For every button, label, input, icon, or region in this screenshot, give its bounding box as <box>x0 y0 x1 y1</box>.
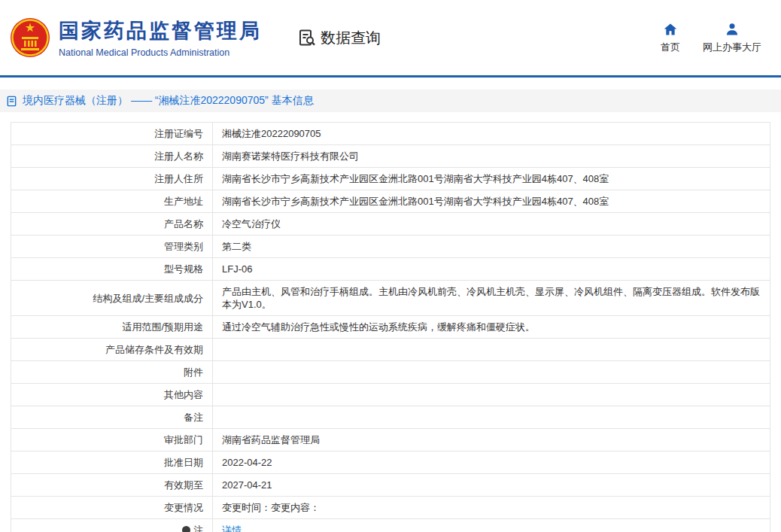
row-label: 审批部门 <box>11 429 213 451</box>
nav-home[interactable]: 首页 <box>661 22 680 54</box>
row-label: 附件 <box>11 361 213 384</box>
table-row: 注册人名称 湖南赛诺莱特医疗科技有限公司 <box>11 145 770 168</box>
row-value <box>213 361 770 384</box>
home-icon <box>663 22 678 37</box>
table-row: 型号规格 LFJ-06 <box>11 258 770 281</box>
row-value <box>213 384 770 406</box>
note-icon <box>182 526 190 532</box>
row-value: LFJ-06 <box>213 258 770 281</box>
row-label: 注册证编号 <box>11 123 213 145</box>
row-label: 批准日期 <box>11 451 213 474</box>
table-row: 变更情况 变更时间：变更内容： <box>11 497 770 519</box>
info-table: 注册证编号 湘械注准20222090705 注册人名称 湖南赛诺莱特医疗科技有限… <box>11 122 770 532</box>
row-value: 2022-04-22 <box>213 451 770 474</box>
person-icon <box>725 22 740 37</box>
header-divider <box>0 75 781 78</box>
row-label: 生产地址 <box>11 190 213 213</box>
row-value <box>213 406 770 429</box>
table-row: 产品名称 冷空气治疗仪 <box>11 213 770 236</box>
org-names: 国家药品监督管理局 National Medical Products Admi… <box>59 17 262 58</box>
row-value: 湖南赛诺莱特医疗科技有限公司 <box>213 145 770 168</box>
row-value: 湖南省长沙市宁乡高新技术产业园区金洲北路001号湖南省大学科技产业园4栋407、… <box>213 168 770 190</box>
document-icon <box>6 96 17 107</box>
row-value <box>213 339 770 361</box>
table-row: 适用范围/预期用途 通过冷空气辅助治疗急性或慢性的运动系统疾病，缓解疼痛和僵硬症… <box>11 316 770 339</box>
row-label: 型号规格 <box>11 258 213 281</box>
table-row: 其他内容 <box>11 384 770 406</box>
row-label: 注册人住所 <box>11 168 213 190</box>
row-value: 产品由主机、风管和治疗手柄组成。主机由冷风机前壳、冷风机主机壳、显示屏、冷风机组… <box>213 281 770 316</box>
page-title-bar: 境内医疗器械（注册） —— “湘械注准20222090705” 基本信息 <box>0 90 781 112</box>
org-name-en: National Medical Products Administration <box>59 47 262 58</box>
row-value: 2027-04-21 <box>213 474 770 497</box>
row-label: 变更情况 <box>11 497 213 519</box>
table-row: 产品储存条件及有效期 <box>11 339 770 361</box>
header: 国家药品监督管理局 National Medical Products Admi… <box>0 0 781 75</box>
table-row: 有效期至 2027-04-21 <box>11 474 770 497</box>
row-label: 其他内容 <box>11 384 213 406</box>
row-label: 注册人名称 <box>11 145 213 168</box>
row-value: 通过冷空气辅助治疗急性或慢性的运动系统疾病，缓解疼痛和僵硬症状。 <box>213 316 770 339</box>
detail-link[interactable]: 详情 <box>222 524 242 532</box>
table-row: 注册证编号 湘械注准20222090705 <box>11 123 770 145</box>
org-name-cn: 国家药品监督管理局 <box>59 17 262 44</box>
table-row: 注 详情 <box>11 519 770 532</box>
data-query-icon <box>298 29 316 47</box>
data-query-section: 数据查询 <box>298 28 381 48</box>
page-title: 境内医疗器械（注册） —— “湘械注准20222090705” 基本信息 <box>23 94 314 108</box>
row-value: 冷空气治疗仪 <box>213 213 770 236</box>
row-value: 湖南省长沙市宁乡高新技术产业园区金洲北路001号湖南省大学科技产业园4栋407、… <box>213 190 770 213</box>
table-row: 结构及组成/主要组成成分 产品由主机、风管和治疗手柄组成。主机由冷风机前壳、冷风… <box>11 281 770 316</box>
row-label: 产品名称 <box>11 213 213 236</box>
table-row: 管理类别 第二类 <box>11 236 770 258</box>
row-value: 变更时间：变更内容： <box>213 497 770 519</box>
table-wrap: 注册证编号 湘械注准20222090705 注册人名称 湖南赛诺莱特医疗科技有限… <box>11 122 770 532</box>
table-row: 备注 <box>11 406 770 429</box>
table-row: 批准日期 2022-04-22 <box>11 451 770 474</box>
row-value: 第二类 <box>213 236 770 258</box>
nav-home-label: 首页 <box>661 41 680 54</box>
nav-service-hall[interactable]: 网上办事大厅 <box>703 22 761 54</box>
row-label: 注 <box>11 519 213 532</box>
header-nav: 首页 网上办事大厅 <box>661 22 761 54</box>
row-value: 湘械注准20222090705 <box>213 123 770 145</box>
table-row: 审批部门 湖南省药品监督管理局 <box>11 429 770 451</box>
national-emblem-logo <box>9 17 51 59</box>
row-label: 适用范围/预期用途 <box>11 316 213 339</box>
row-label: 管理类别 <box>11 236 213 258</box>
data-query-label: 数据查询 <box>321 28 381 48</box>
nav-service-hall-label: 网上办事大厅 <box>703 41 761 54</box>
row-label: 产品储存条件及有效期 <box>11 339 213 361</box>
row-label: 结构及组成/主要组成成分 <box>11 281 213 316</box>
row-value: 详情 <box>213 519 770 532</box>
row-label: 有效期至 <box>11 474 213 497</box>
table-row: 附件 <box>11 361 770 384</box>
brand: 国家药品监督管理局 National Medical Products Admi… <box>9 17 262 59</box>
row-label: 备注 <box>11 406 213 429</box>
table-row: 注册人住所 湖南省长沙市宁乡高新技术产业园区金洲北路001号湖南省大学科技产业园… <box>11 168 770 190</box>
table-row: 生产地址 湖南省长沙市宁乡高新技术产业园区金洲北路001号湖南省大学科技产业园4… <box>11 190 770 213</box>
info-table-body: 注册证编号 湘械注准20222090705 注册人名称 湖南赛诺莱特医疗科技有限… <box>11 123 770 532</box>
row-value: 湖南省药品监督管理局 <box>213 429 770 451</box>
